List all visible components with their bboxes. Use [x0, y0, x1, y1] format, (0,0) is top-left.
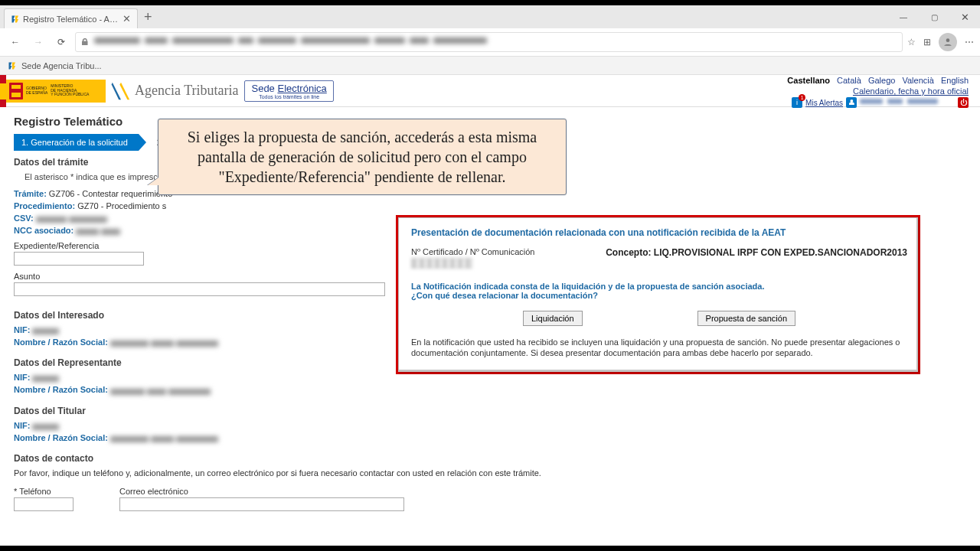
representante-nombre: Nombre / Razón Social: — [14, 385, 966, 394]
browser-actions: ☆ ⊞ ⋯ — [907, 33, 974, 51]
titular-nombre: Nombre / Razón Social: — [14, 433, 966, 442]
bookmark-favicon-icon — [8, 61, 17, 70]
liquidacion-button[interactable]: Liquidación — [523, 311, 583, 326]
alerts-icon[interactable]: i — [792, 97, 802, 108]
lang-catala[interactable]: Català — [837, 76, 861, 85]
propuesta-sancion-button[interactable]: Propuesta de sanción — [697, 311, 795, 326]
lang-galego[interactable]: Galego — [868, 76, 895, 85]
tab-favicon-icon — [11, 15, 20, 24]
label-correo: Correo electrónico — [119, 487, 404, 496]
agency-name: Agencia Tributaria — [135, 83, 238, 99]
step-1[interactable]: 1. Generación de la solicitud — [14, 134, 139, 151]
input-correo[interactable] — [119, 497, 404, 511]
letterbox-top — [0, 0, 980, 5]
spain-flag-strip — [0, 75, 6, 107]
address-row: ← → ⟳ 🔒︎ ☆ ⊞ ⋯ — [0, 28, 980, 56]
new-tab-button[interactable]: + — [144, 9, 152, 25]
tab-title: Registro Telemático - Alta del A — [23, 15, 119, 24]
input-asunto[interactable] — [14, 282, 385, 296]
logo-block: GOBIERNODE ESPAÑA MINISTERIODE HACIENDAY… — [6, 75, 334, 107]
agency-logo-icon — [110, 80, 132, 102]
logout-button[interactable]: ⏻ — [958, 97, 969, 108]
language-selector: Castellano Català Galego Valencià Englis… — [782, 76, 969, 85]
gov-text-1: GOBIERNODE ESPAÑA — [26, 86, 47, 95]
lang-castellano[interactable]: Castellano — [787, 76, 830, 85]
site-header: GOBIERNODE ESPAÑA MINISTERIODE HACIENDAY… — [0, 75, 980, 107]
popup-heading: Presentación de documentación relacionad… — [411, 227, 907, 238]
callout-text: Si eliges la propuesta de sanción, acced… — [188, 129, 537, 185]
gov-text-2: MINISTERIODE HACIENDAY FUNCIÓN PÚBLICA — [51, 84, 89, 97]
agency-logo[interactable]: Agencia Tributaria — [110, 80, 238, 102]
ncc-value-blurred — [76, 227, 122, 235]
cert-label: Nº Certificado / Nº Comunicación — [411, 247, 534, 256]
bookmarks-bar: Sede Agencia Tribu... — [0, 56, 980, 74]
popup-buttons: Liquidación Propuesta de sanción — [411, 311, 907, 326]
user-icon[interactable]: 👤︎ — [846, 97, 857, 108]
sede-box[interactable]: Sede Electrónica Todos los trámites on l… — [244, 80, 333, 102]
gov-logo: GOBIERNODE ESPAÑA MINISTERIODE HACIENDAY… — [6, 80, 106, 103]
alerts-link[interactable]: Mis Alertas — [805, 99, 843, 107]
url-blurred — [94, 37, 897, 47]
address-bar[interactable]: 🔒︎ — [75, 32, 903, 52]
label-telefono: * Teléfono — [14, 487, 74, 496]
refresh-button[interactable]: ⟳ — [52, 33, 70, 51]
user-name-blurred — [860, 99, 952, 106]
forward-button: → — [29, 33, 47, 51]
csv-value-blurred — [36, 215, 109, 223]
tab-strip: Registro Telemático - Alta del A ✕ + — ▢… — [0, 5, 980, 28]
input-expediente[interactable] — [14, 252, 144, 266]
bookmark-item[interactable]: Sede Agencia Tribu... — [21, 61, 102, 70]
contacto-note: Por favor, indique un teléfono y, adicio… — [14, 468, 966, 478]
back-button[interactable]: ← — [6, 33, 24, 51]
lang-valencia[interactable]: Valencià — [902, 76, 933, 85]
shield-icon — [9, 83, 23, 99]
lang-english[interactable]: English — [941, 76, 969, 85]
maximize-button[interactable]: ▢ — [919, 5, 949, 28]
header-right: Castellano Català Galego Valencià Englis… — [782, 73, 980, 108]
section-titular: Datos del Titular — [14, 406, 966, 416]
input-telefono[interactable] — [14, 497, 74, 511]
cert-value-blurred — [411, 258, 472, 269]
representante-nif: NIF: — [14, 373, 966, 382]
browser-tab[interactable]: Registro Telemático - Alta del A ✕ — [4, 8, 138, 28]
popup-highlight: Presentación de documentación relacionad… — [396, 215, 920, 374]
section-contacto: Datos de contacto — [14, 453, 966, 464]
concepto: Concepto: LIQ.PROVISIONAL IRPF CON EXPED… — [606, 247, 907, 258]
popup-footer: En la notificación que usted ha recibido… — [411, 337, 907, 359]
close-window-button[interactable]: ✕ — [949, 5, 980, 28]
contacto-row: * Teléfono Correo electrónico — [14, 484, 966, 511]
svg-point-0 — [946, 38, 950, 42]
close-icon[interactable]: ✕ — [122, 13, 131, 24]
calendar-link[interactable]: Calendario, fecha y hora oficial — [782, 86, 969, 96]
popup-message: La Notificación indicada consta de la li… — [411, 271, 907, 300]
minimize-button[interactable]: — — [888, 5, 919, 28]
extensions-icon[interactable]: ⊞ — [923, 37, 931, 47]
user-row: i Mis Alertas 👤︎ ⏻ — [782, 97, 969, 108]
browser-chrome: Registro Telemático - Alta del A ✕ + — ▢… — [0, 5, 980, 75]
profile-icon[interactable] — [939, 33, 957, 51]
window-controls: — ▢ ✕ — [888, 5, 980, 28]
field-procedimiento: Procedimiento: GZ70 - Procedimiento s — [14, 201, 966, 210]
sede-line2: Todos los trámites on line — [251, 94, 326, 99]
menu-icon[interactable]: ⋯ — [965, 37, 974, 47]
popup-panel: Presentación de documentación relacionad… — [398, 217, 918, 372]
favorite-icon[interactable]: ☆ — [907, 37, 916, 47]
titular-nif: NIF: — [14, 421, 966, 430]
tutorial-callout: Si eliges la propuesta de sanción, acced… — [158, 119, 567, 195]
lock-icon: 🔒︎ — [80, 37, 90, 47]
sede-line1: Sede Electrónica — [251, 83, 326, 94]
